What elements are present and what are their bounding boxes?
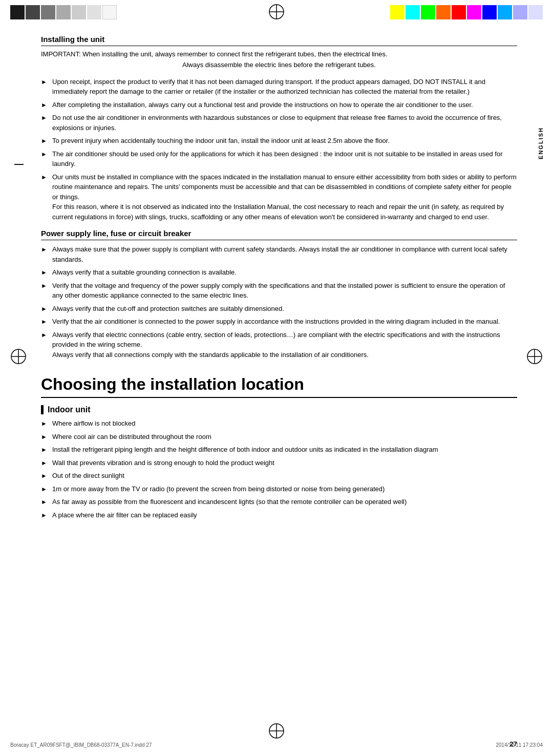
list-item: ► Verify that the air conditioner is con…	[41, 317, 517, 327]
bullet-arrow-icon: ►	[41, 458, 49, 468]
bullet-arrow-icon: ►	[41, 113, 49, 122]
bullet-arrow-icon: ►	[41, 136, 49, 145]
list-item: ► Upon receipt, inspect the product to v…	[41, 77, 517, 97]
list-item: ► A place where the air filter can be re…	[41, 510, 517, 520]
top-center-crosshair	[268, 4, 285, 22]
bullet-text: The air conditioner should be used only …	[52, 149, 517, 169]
bullet-text: A place where the air filter can be repl…	[52, 510, 517, 520]
swatch-lightgray	[56, 5, 71, 19]
bullet-arrow-icon: ►	[41, 245, 49, 254]
bullet-arrow-icon: ►	[41, 150, 49, 159]
swatch-lavender	[513, 5, 527, 19]
swatch-silver	[72, 5, 86, 19]
bullet-text: Out of the direct sunlight	[52, 471, 517, 481]
swatch-paleblue	[528, 5, 543, 19]
indoor-unit-heading: Indoor unit	[41, 405, 517, 414]
list-item: ► Where cool air can be distributed thro…	[41, 432, 517, 442]
list-item: ► Our units must be installed in complia…	[41, 172, 517, 222]
bullet-text: Install the refrigerant piping length an…	[52, 445, 517, 455]
bullet-arrow-icon: ►	[41, 77, 49, 87]
list-item: ► Always verify that the cut-off and pro…	[41, 304, 517, 314]
page-container: ENGLISH Installing the unit IMPORTANT: W…	[0, 0, 553, 756]
swatch-blue	[482, 5, 497, 19]
bullet-arrow-icon: ►	[41, 100, 49, 110]
crosshair-right-icon	[526, 348, 543, 365]
choosing-location-section: Choosing the installation location Indoo…	[41, 375, 517, 520]
bullet-arrow-icon: ►	[41, 485, 49, 494]
crosshair-icon	[268, 4, 285, 20]
bullet-arrow-icon: ►	[41, 471, 49, 480]
main-content: ENGLISH Installing the unit IMPORTANT: W…	[0, 25, 553, 537]
list-item: ► Always make sure that the power supply…	[41, 244, 517, 264]
important-text-line1: IMPORTANT: When installing the unit, alw…	[41, 50, 388, 58]
top-bar	[0, 0, 553, 25]
swatch-red	[452, 5, 466, 19]
bullet-arrow-icon: ►	[41, 317, 49, 326]
top-bar-left-swatches	[10, 5, 117, 19]
bullet-arrow-icon: ►	[41, 304, 49, 313]
list-item: ► Install the refrigerant piping length …	[41, 445, 517, 455]
bullet-text: Always verify that a suitable grounding …	[52, 267, 517, 278]
power-supply-section: Power supply line, fuse or circuit break…	[41, 229, 517, 360]
list-item: ► To prevent injury when accidentally to…	[41, 136, 517, 146]
swatch-gray	[41, 5, 55, 19]
bullet-text: Always make sure that the power supply i…	[52, 244, 517, 264]
crosshair-left-icon	[10, 348, 27, 365]
bullet-arrow-icon: ►	[41, 511, 49, 520]
list-item: ► Out of the direct sunlight	[41, 471, 517, 481]
indoor-unit-subsection: Indoor unit ► Where airflow is not block…	[41, 405, 517, 520]
list-item: ► Always verify that a suitable groundin…	[41, 267, 517, 278]
footer-filename: Boracay ET_AR09FSFT@_IBIM_DB68-03377A_EN…	[10, 742, 496, 748]
bullet-text: Our units must be installed in complianc…	[52, 172, 517, 222]
installing-unit-heading: Installing the unit	[41, 35, 517, 46]
side-label-english: ENGLISH	[538, 127, 544, 159]
bullet-arrow-icon: ►	[41, 268, 49, 277]
list-item: ► Always verify that electric connection…	[41, 330, 517, 360]
bullet-text: Wall that prevents vibration and is stro…	[52, 458, 517, 468]
bullet-text: Verify that the air conditioner is conne…	[52, 317, 517, 327]
important-text-line2: Always disassemble the electric lines be…	[41, 60, 517, 71]
bullet-arrow-icon: ►	[41, 432, 49, 442]
swatch-white	[102, 5, 117, 19]
important-note: IMPORTANT: When installing the unit, alw…	[41, 49, 517, 71]
bullet-text: Do not use the air conditioner in enviro…	[52, 113, 517, 133]
list-item: ► Verify that the voltage and frequency …	[41, 281, 517, 301]
bullet-text: 1m or more away from the TV or radio (to…	[52, 484, 517, 494]
bullet-arrow-icon: ►	[41, 281, 49, 290]
list-item: ► As far away as possible from the fluor…	[41, 497, 517, 507]
bullet-arrow-icon: ►	[41, 419, 49, 428]
bullet-text: Always verify that the cut-off and prote…	[52, 304, 517, 314]
bullet-text: Where airflow is not blocked	[52, 418, 517, 429]
left-crosshair	[10, 348, 27, 366]
list-item: ► 1m or more away from the TV or radio (…	[41, 484, 517, 494]
margin-mark: —	[14, 159, 24, 170]
top-bar-right-swatches	[390, 5, 543, 19]
bullet-text: Verify that the voltage and frequency of…	[52, 281, 517, 301]
installing-unit-section: Installing the unit IMPORTANT: When inst…	[41, 35, 517, 222]
bullet-arrow-icon: ►	[41, 497, 49, 507]
bullet-arrow-icon: ►	[41, 445, 49, 454]
list-item: ► Where airflow is not blocked	[41, 418, 517, 429]
indoor-unit-list: ► Where airflow is not blocked ► Where c…	[41, 418, 517, 520]
swatch-black	[10, 5, 25, 19]
footer-timestamp: 2014/12/11 17:23:04	[496, 742, 543, 748]
crosshair-bottom-icon	[268, 723, 285, 739]
list-item: ► After completing the installation, alw…	[41, 100, 517, 110]
swatch-cyan	[406, 5, 420, 19]
bullet-arrow-icon: ►	[41, 330, 49, 340]
power-supply-list: ► Always make sure that the power supply…	[41, 244, 517, 360]
choosing-location-title: Choosing the installation location	[41, 375, 517, 398]
swatch-lightblue	[498, 5, 512, 19]
swatch-orange	[436, 5, 451, 19]
bullet-text: Upon receipt, inspect the product to ver…	[52, 77, 517, 97]
bullet-text: Always verify that electric connections …	[52, 330, 517, 360]
installing-unit-list: ► Upon receipt, inspect the product to v…	[41, 77, 517, 222]
list-item: ► Wall that prevents vibration and is st…	[41, 458, 517, 468]
swatch-darkgray	[26, 5, 40, 19]
bullet-text: As far away as possible from the fluores…	[52, 497, 517, 507]
bullet-text: Where cool air can be distributed throug…	[52, 432, 517, 442]
swatch-magenta	[467, 5, 481, 19]
bullet-text: To prevent injury when accidentally touc…	[52, 136, 517, 146]
power-supply-heading: Power supply line, fuse or circuit break…	[41, 229, 517, 240]
list-item: ► Do not use the air conditioner in envi…	[41, 113, 517, 133]
